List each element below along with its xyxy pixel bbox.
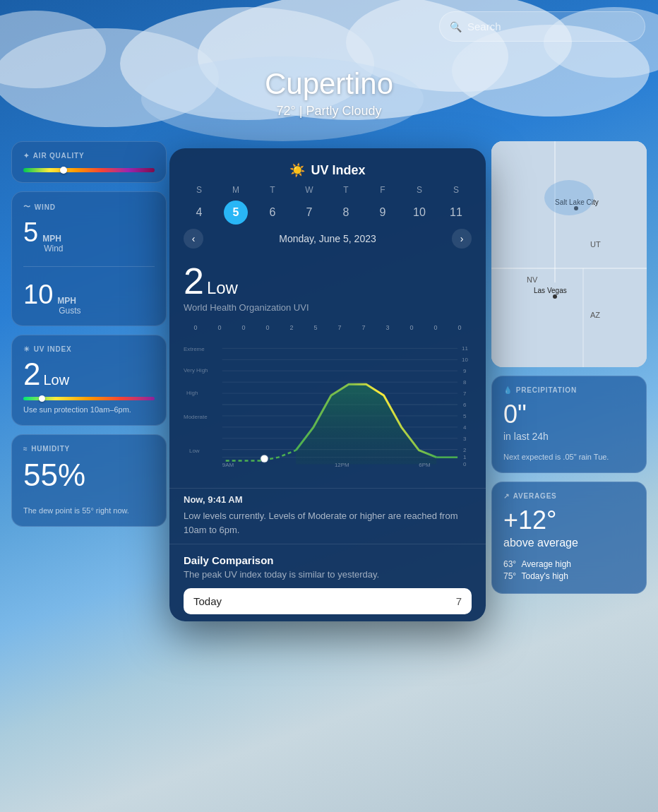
avg-high-row: 63° Average high [503,559,635,569]
uv-level: Low [43,372,69,388]
svg-text:AZ: AZ [590,311,600,319]
air-quality-label: ✦ AIR QUALITY [23,152,155,160]
cal-day-8[interactable]: 8 [334,201,358,225]
map-svg: NV UT AZ Salt Lake City Las Vegas [491,141,647,367]
today-bar[interactable]: Today 7 [184,588,472,614]
uv-label: ☀ UV INDEX [23,345,155,353]
right-column: NV UT AZ Salt Lake City Las Vegas 💧 PREC… [491,141,647,594]
air-quality-icon: ✦ [23,152,30,160]
uv-modal: ☀️ UV Index S M T W T F S S 4 5 6 7 8 9 … [169,148,486,621]
left-column: ✦ AIR QUALITY 〜 WIND 5 MPH Wind [11,141,167,594]
cal-day-5[interactable]: 5 [224,201,248,225]
uv-h4: 2 [280,324,304,331]
cal-weekday-s1: S [181,185,217,195]
cal-weekday-m: M [217,185,254,195]
uv-h10: 0 [424,324,448,331]
svg-text:8: 8 [463,379,467,386]
cal-weekdays: S M T W T F S S [181,185,474,195]
search-input[interactable] [467,20,635,32]
uv-time: Now, 9:41 AM [184,494,472,505]
map-background: NV UT AZ Salt Lake City Las Vegas [491,141,647,367]
search-bar[interactable]: 🔍 [439,11,645,42]
svg-text:11: 11 [462,345,468,352]
gust-row: 10 MPH Gusts [23,280,155,316]
dc-desc: The peak UV index today is similar to ye… [184,569,472,580]
averages-icon: ↗ [503,492,510,500]
cal-weekday-w: W [291,185,328,195]
uv-hour-values: 0 0 0 0 2 5 7 7 3 0 0 0 [184,324,472,331]
calendar: S M T W T F S S 4 5 6 7 8 9 10 11 ‹ Mond… [169,185,486,249]
aq-indicator [60,167,67,174]
svg-text:High: High [186,390,198,396]
cal-prev-button[interactable]: ‹ [184,229,203,249]
cal-day-11[interactable]: 11 [444,201,468,225]
humidity-label: ≈ HUMIDITY [23,445,155,453]
precipitation-widget: 💧 PRECIPITATION 0" in last 24h Next expe… [491,376,647,473]
wind-label: 〜 WIND [23,202,155,212]
uv-index-widget: ☀ UV INDEX 2 Low Use sun protection 10am… [11,335,167,426]
cal-day-4[interactable]: 4 [187,201,211,225]
cal-next-button[interactable]: › [452,229,472,249]
condition: Partly Cloudy [306,104,381,118]
cal-day-9[interactable]: 9 [371,201,395,225]
avg-high-value: 63° [503,559,516,569]
wind-type: Wind [44,244,63,253]
uv-chart-svg: Extreme Very High High Moderate Low 11 1… [184,334,472,475]
gust-type: Gusts [59,306,80,316]
svg-text:Las Vegas: Las Vegas [534,287,567,294]
svg-text:2: 2 [463,447,467,453]
svg-text:Moderate: Moderate [184,414,208,420]
uv-value: 2 [23,359,40,390]
svg-text:3: 3 [463,436,467,442]
humidity-widget: ≈ HUMIDITY 55% The dew point is 55° righ… [11,434,167,527]
uv-h6: 7 [328,324,352,331]
uv-reading-row: 2 Low [23,359,155,390]
cal-weekday-f: F [364,185,401,195]
wind-icon: 〜 [23,202,31,212]
cal-weekday-s2: S [401,185,438,195]
svg-text:1: 1 [463,454,467,460]
todays-high-row: 75° Today's high [503,571,635,581]
cal-day-6[interactable]: 6 [261,201,285,225]
cal-weekday-t1: T [254,185,291,195]
svg-text:6: 6 [463,402,467,408]
uv-modal-reading: 2 Low [184,263,472,299]
avg-high-label: Average high [522,559,572,569]
uv-icon: ☀ [23,345,30,353]
uv-chart: Extreme Very High High Moderate Low 11 1… [184,334,472,475]
uv-description: Now, 9:41 AM Low levels currently. Level… [169,488,486,544]
wind-speed-row: 5 MPH Wind [23,217,155,253]
cal-day-7[interactable]: 7 [297,201,321,225]
precip-label: 💧 PRECIPITATION [503,386,635,394]
weather-summary: 72° | Partly Cloudy [0,104,658,119]
precip-period: in last 24h [503,431,635,442]
svg-text:UT: UT [590,240,601,249]
cal-day-10[interactable]: 10 [407,201,431,225]
map-widget: NV UT AZ Salt Lake City Las Vegas [491,141,647,367]
today-label: Today [193,595,222,607]
svg-text:7: 7 [463,390,467,397]
uv-h5: 5 [304,324,328,331]
svg-text:0: 0 [463,461,467,467]
uv-h8: 3 [376,324,400,331]
wind-divider [23,266,155,267]
uv-modal-sun-icon: ☀️ [289,162,305,178]
svg-text:Very High: Very High [184,367,208,374]
uv-advice: Use sun protection 10am–6pm. [23,405,155,415]
wind-widget: 〜 WIND 5 MPH Wind 10 MPH Gusts [11,191,167,326]
svg-point-19 [544,180,594,215]
cal-weekday-t2: T [328,185,364,195]
humidity-icon: ≈ [23,445,28,453]
location-header: Cupertino 72° | Partly Cloudy [0,67,658,119]
uv-h9: 0 [400,324,424,331]
humidity-note: The dew point is 55° right now. [23,506,155,516]
cal-days[interactable]: 4 5 6 7 8 9 10 11 [181,201,474,225]
uv-modal-value: 2 [184,263,204,299]
svg-text:6PM: 6PM [419,462,430,468]
uv-h0: 0 [184,324,208,331]
gust-speed: 10 [23,280,53,310]
svg-text:5: 5 [463,413,467,419]
uv-h7: 7 [352,324,376,331]
averages-widget: ↗ AVERAGES +12° above average 63° Averag… [491,482,647,594]
uv-chart-section: 2 Low World Health Organization UVI 0 0 … [169,256,486,488]
